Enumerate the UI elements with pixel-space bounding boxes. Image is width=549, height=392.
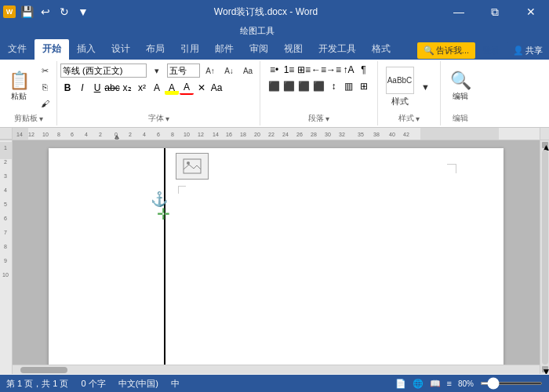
line-spacing-button[interactable]: ↕	[327, 79, 341, 93]
horizontal-scrollbar[interactable]	[13, 365, 540, 374]
svg-text:30: 30	[325, 132, 331, 137]
svg-point-46	[187, 162, 190, 165]
document-area[interactable]: ⚓ ✛	[13, 140, 540, 374]
zoom-slider[interactable]	[480, 382, 543, 385]
font-size-shrink-button[interactable]: A↓	[220, 63, 238, 78]
bold-button[interactable]: B	[60, 81, 75, 95]
page-content[interactable]	[49, 148, 504, 374]
paste-button[interactable]: 📋 粘贴	[3, 65, 35, 109]
font-expand-btn[interactable]: ▾	[165, 114, 169, 123]
font-color-button[interactable]: A	[180, 81, 194, 95]
save-button[interactable]: 💾	[19, 4, 35, 20]
editing-label: 编辑	[453, 91, 468, 102]
language-status: 中文(中国)	[118, 378, 158, 390]
quick-access-more-button[interactable]: ▼	[75, 4, 91, 20]
clipboard-label: 剪贴板 ▾	[14, 113, 43, 124]
styles-gallery-button[interactable]: AaBbC 样式	[384, 65, 416, 109]
italic-button[interactable]: I	[75, 81, 89, 95]
subscript-button[interactable]: x₂	[120, 81, 134, 95]
align-center-button[interactable]: ⬛	[282, 79, 296, 93]
scroll-up-button[interactable]: ▲	[542, 142, 548, 148]
text-effects-button[interactable]: A	[150, 81, 164, 95]
tab-developer[interactable]: 开发工具	[311, 39, 364, 60]
ruler-svg: 14 12 10 8 6 4 2 0 2 4 6 8 10 12 14 16 1…	[13, 128, 540, 140]
svg-text:8: 8	[4, 244, 7, 249]
tab-view[interactable]: 视图	[276, 39, 311, 60]
border-button[interactable]: ⊞	[357, 79, 371, 93]
document-page[interactable]: ⚓ ✛	[49, 148, 504, 374]
tab-mailings[interactable]: 邮件	[207, 39, 242, 60]
show-marks-button[interactable]: ¶	[357, 63, 371, 77]
redo-button[interactable]: ↻	[56, 4, 72, 20]
clipboard-expand-icon[interactable]: ▾	[39, 114, 43, 123]
align-left-button[interactable]: ⬛	[267, 79, 282, 93]
decrease-indent-button[interactable]: ←≡	[312, 63, 326, 77]
numbered-list-button[interactable]: 1≡	[282, 63, 296, 77]
svg-text:35: 35	[358, 132, 364, 137]
highlight-button[interactable]: A	[165, 81, 179, 95]
svg-text:18: 18	[240, 132, 246, 137]
svg-text:2: 2	[4, 159, 7, 165]
styles-expand-btn[interactable]: ▾	[416, 114, 420, 123]
layout-read-button[interactable]: 📖	[430, 379, 441, 389]
svg-text:10: 10	[2, 272, 9, 278]
increase-indent-button[interactable]: →≡	[327, 63, 341, 77]
clear-format-button[interactable]: ✕	[195, 81, 209, 95]
change-case-button[interactable]: Aa	[239, 63, 256, 78]
minimize-button[interactable]: —	[441, 0, 477, 24]
align-right-button[interactable]: ⬛	[297, 79, 311, 93]
find-replace-button[interactable]: 🔍 编辑	[445, 65, 476, 109]
scrollbar-thumb[interactable]	[20, 367, 67, 373]
svg-text:6: 6	[4, 216, 7, 221]
svg-text:16: 16	[226, 132, 232, 137]
underline-button[interactable]: U	[90, 81, 104, 95]
tab-review[interactable]: 审阅	[242, 39, 276, 60]
multilevel-list-button[interactable]: ⊞≡	[297, 63, 311, 77]
bullet-list-button[interactable]: ≡•	[267, 63, 282, 77]
share-button[interactable]: 👤 共享	[507, 42, 549, 59]
paragraph-content: ≡• 1≡ ⊞≡ ←≡ →≡ ↑A ¶ ⬛ ⬛ ⬛ ⬛ ↕ ▥ ⊞	[267, 63, 371, 111]
font-expand-icon[interactable]: ▾	[148, 63, 165, 78]
tab-format[interactable]: 格式	[364, 39, 398, 60]
vertical-scrollbar[interactable]: ▲ ▼	[540, 140, 549, 374]
close-button[interactable]: ✕	[513, 0, 549, 24]
shading-button[interactable]: ▥	[342, 79, 356, 93]
strikethrough-button[interactable]: abc	[105, 81, 119, 95]
image-placeholder[interactable]	[176, 153, 209, 180]
sort-button[interactable]: ↑A	[342, 63, 356, 77]
scroll-down-button[interactable]: ▼	[542, 366, 548, 372]
restore-button[interactable]: ⧉	[477, 0, 513, 24]
tab-home[interactable]: 开始	[35, 39, 69, 60]
tab-file[interactable]: 文件	[0, 39, 35, 60]
styles-more-button[interactable]: ▼	[417, 79, 434, 95]
content-row: 1 2 3 4 5 6 7 8 9 10	[0, 140, 549, 374]
document-title: Word装订线.docx - Word	[214, 6, 318, 17]
svg-text:26: 26	[296, 132, 303, 137]
move-cursor[interactable]: ✛	[157, 205, 170, 223]
layout-outline-button[interactable]: ≡	[447, 379, 452, 388]
login-button[interactable]: 登录	[477, 42, 505, 60]
layout-web-button[interactable]: 🌐	[413, 379, 424, 389]
corner-mark-mid-l	[178, 186, 186, 194]
scroll-thumb[interactable]	[542, 150, 548, 365]
copy-button[interactable]: ⎘	[36, 79, 53, 95]
undo-button[interactable]: ↩	[38, 4, 53, 20]
tell-me-button[interactable]: 🔍 告诉我...	[417, 42, 475, 59]
vruler-svg: 1 2 3 4 5 6 7 8 9 10	[0, 142, 13, 374]
font-name-input[interactable]	[60, 64, 147, 78]
layout-print-button[interactable]: 📄	[395, 379, 406, 389]
svg-text:2: 2	[99, 132, 102, 137]
paragraph-expand-btn[interactable]: ▾	[325, 114, 329, 123]
superscript-button[interactable]: x²	[135, 81, 149, 95]
tab-insert[interactable]: 插入	[69, 39, 104, 60]
format-painter-button[interactable]: 🖌	[36, 96, 53, 111]
font-label: 字体 ▾	[148, 113, 169, 124]
justify-button[interactable]: ⬛	[312, 79, 326, 93]
font-more-button[interactable]: Aa	[209, 81, 224, 95]
tab-references[interactable]: 引用	[173, 39, 207, 60]
font-size-input[interactable]	[167, 64, 200, 78]
font-size-grow-button[interactable]: A↑	[202, 63, 219, 78]
tab-design[interactable]: 设计	[104, 39, 138, 60]
cut-button[interactable]: ✂	[36, 63, 53, 78]
tab-layout[interactable]: 布局	[138, 39, 173, 60]
